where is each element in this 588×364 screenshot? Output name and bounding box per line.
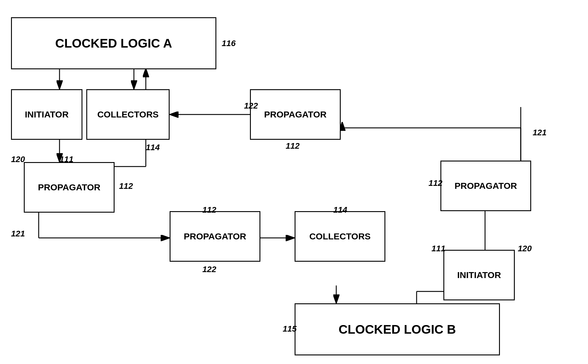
label-112-left: 112: [119, 181, 133, 191]
clocked-logic-a-label: CLOCKED LOGIC A: [55, 36, 172, 51]
label-121-top: 121: [11, 229, 25, 239]
propagator-left-label: PROPAGATOR: [38, 182, 100, 192]
label-112-top: 112: [286, 141, 300, 151]
propagator-bottom-mid-label: PROPAGATOR: [184, 231, 246, 241]
propagator-right-box: PROPAGATOR: [440, 161, 531, 211]
label-114-top: 114: [146, 143, 160, 152]
label-111-bot: 111: [431, 244, 445, 253]
propagator-top-right-box: PROPAGATOR: [250, 89, 341, 140]
propagator-left-box: PROPAGATOR: [24, 162, 115, 213]
collectors-top-box: COLLECTORS: [86, 89, 170, 140]
label-112-right: 112: [429, 178, 442, 188]
propagator-bottom-mid-box: PROPAGATOR: [170, 211, 260, 262]
label-116: 116: [222, 39, 236, 48]
initiator-bottom-box: INITIATOR: [443, 250, 515, 300]
collectors-bottom-label: COLLECTORS: [309, 231, 370, 241]
collectors-top-label: COLLECTORS: [97, 109, 159, 120]
clocked-logic-a-box: CLOCKED LOGIC A: [11, 17, 216, 69]
initiator-bottom-label: INITIATOR: [457, 270, 501, 280]
clocked-logic-b-box: CLOCKED LOGIC B: [295, 303, 500, 355]
initiator-top-label: INITIATOR: [25, 109, 68, 120]
label-122-bot: 122: [202, 265, 216, 274]
label-114-bot: 114: [333, 205, 347, 215]
label-115: 115: [283, 324, 297, 334]
label-112-mid: 112: [202, 205, 216, 215]
label-122-top: 122: [244, 101, 258, 111]
label-120-left: 120: [11, 155, 25, 164]
label-120-right: 120: [518, 244, 532, 253]
clocked-logic-b-label: CLOCKED LOGIC B: [339, 322, 456, 337]
label-121-right: 121: [533, 128, 547, 137]
collectors-bottom-box: COLLECTORS: [295, 211, 385, 262]
propagator-right-label: PROPAGATOR: [454, 181, 517, 191]
propagator-top-right-label: PROPAGATOR: [264, 109, 326, 120]
diagram: CLOCKED LOGIC A 116 INITIATOR COLLECTORS…: [0, 0, 588, 364]
initiator-top-box: INITIATOR: [11, 89, 82, 140]
